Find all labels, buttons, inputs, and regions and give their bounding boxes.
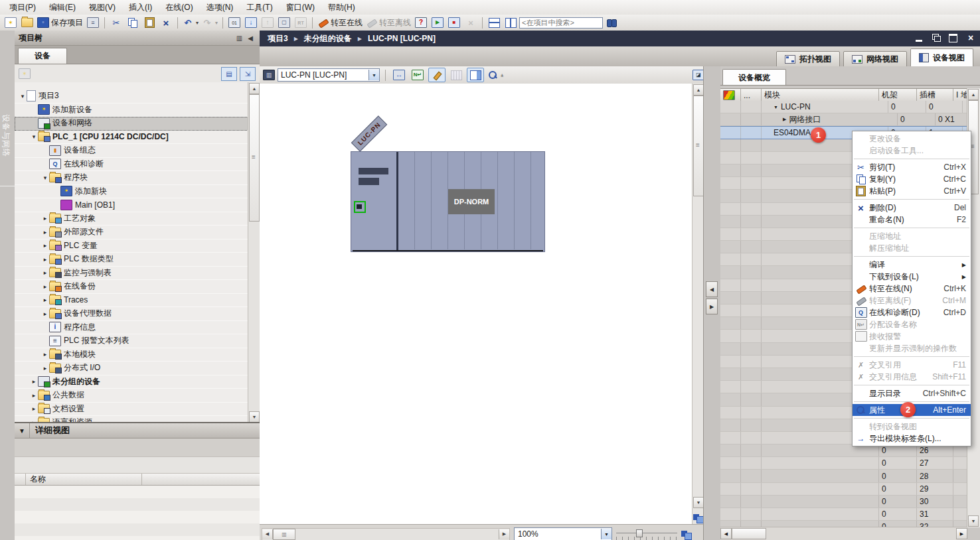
table-row[interactable]: 031 (720, 508, 967, 521)
breadcrumb-item[interactable]: 项目3 (268, 33, 288, 44)
split-vertical-button[interactable] (503, 16, 519, 29)
chevron-down-icon[interactable]: ▼ (601, 529, 612, 539)
menu-item-cut[interactable]: ✂剪切(T)Ctrl+X (853, 161, 971, 173)
tree-item[interactable]: ▸工艺对象 (15, 212, 248, 226)
tab-devices[interactable]: 设备 (18, 48, 67, 64)
scroll-down-icon[interactable]: ▼ (968, 515, 979, 527)
menu-item-copy[interactable]: 复制(Y)Ctrl+C (853, 173, 971, 185)
menu-item-plain[interactable]: 更新并显示强制的操作数 (853, 342, 971, 354)
menubar-item[interactable]: 窗口(W) (280, 1, 321, 15)
split-horizontal-button[interactable] (486, 16, 502, 29)
menu-item-diagnostics-menu[interactable]: Q在线和诊断(D)Ctrl+D (853, 306, 971, 318)
go-offline-button[interactable]: 转至离线 (365, 16, 412, 29)
tree-item[interactable]: Q在线和诊断 (15, 158, 248, 172)
chevron-down-icon[interactable]: ▼ (368, 70, 379, 80)
tree-item[interactable]: ▸PLC 变量 (15, 239, 248, 253)
undo-button[interactable]: ↶▾ (181, 16, 200, 29)
menubar-item[interactable]: 选项(N) (200, 1, 240, 15)
close-icon[interactable]: × (965, 33, 976, 42)
scroll-up-icon[interactable]: ▲ (249, 83, 260, 94)
chevron-down-icon[interactable]: ▾ (196, 20, 199, 26)
overview-hscrollbar-thumb[interactable] (732, 528, 766, 539)
tree-scrollbar-thumb[interactable] (249, 94, 260, 222)
tree-item[interactable]: ▾程序块 (15, 171, 248, 185)
menu-item-paste[interactable]: 粘贴(P)Ctrl+V (853, 185, 971, 197)
tab-topology-view[interactable]: 拓扑视图 (776, 51, 840, 67)
diagnostics-button[interactable]: ? (413, 16, 429, 29)
expander-icon[interactable]: ▸ (41, 229, 49, 236)
scroll-left-icon[interactable]: ◀ (720, 528, 732, 539)
menubar-item[interactable]: 工具(T) (240, 1, 279, 15)
tree-item[interactable]: ▸公共数据 (15, 389, 248, 403)
expander-icon[interactable]: ▸ (30, 392, 38, 399)
go-online-button[interactable]: 转至在线 (316, 16, 364, 29)
zoom-slider-knob[interactable] (636, 529, 643, 537)
delete-button[interactable]: × (158, 16, 174, 29)
status-column-header[interactable] (720, 89, 741, 101)
menu-item-plain[interactable]: 编译▶ (853, 259, 971, 271)
panel-splitter[interactable]: ◀ ▶ (703, 66, 722, 540)
module-column-header[interactable]: 模块 (762, 89, 879, 101)
tree-item[interactable]: ▸PLC 数据类型 (15, 253, 248, 267)
collapse-detail-icon[interactable]: ▼ (15, 423, 30, 438)
scroll-up-icon[interactable]: ▲ (968, 89, 979, 100)
print-button[interactable]: ≡ (85, 16, 101, 29)
tree-item[interactable]: ▸监控与强制表 (15, 267, 248, 281)
device-select[interactable]: LUC-PN [LUC-PN] ▼ (278, 68, 380, 82)
scroll-up-icon[interactable]: ▲ (693, 84, 704, 96)
expander-icon[interactable]: ▸ (41, 269, 49, 276)
ethernet-port-icon[interactable] (354, 201, 366, 213)
edit-mode-toggle[interactable] (428, 68, 446, 82)
tree-item[interactable]: ✶添加新块 (15, 185, 248, 199)
tree-item[interactable]: ▸文档设置 (15, 403, 248, 417)
chevron-down-icon[interactable]: ▾ (215, 20, 218, 26)
zoom-level-select[interactable]: 100% ▼ (514, 527, 612, 540)
menubar-item[interactable]: 在线(O) (159, 1, 199, 15)
start-cpu-button[interactable]: ▶ (430, 16, 446, 29)
new-project-button[interactable]: ✶ (3, 16, 19, 29)
menu-item-plain[interactable]: 下载到设备(L)▶ (853, 271, 971, 283)
collapse-panel-icon[interactable]: ◀ (245, 34, 256, 42)
rail-tab-devices-networks[interactable]: 设备与网络 (0, 111, 15, 186)
runtime-button[interactable]: RT (293, 16, 309, 29)
scroll-right-icon[interactable]: ▶ (956, 528, 967, 539)
menubar-item[interactable]: 视图(V) (82, 1, 122, 15)
menu-item-cross-ref[interactable]: ✗交叉引用F11 (853, 359, 971, 371)
tab-device-view[interactable]: 设备视图 (910, 48, 973, 67)
menu-item-delete[interactable]: ×删除(D)Del (853, 202, 971, 214)
expander-icon[interactable]: ▸ (41, 215, 49, 222)
expander-icon[interactable]: ▸ (41, 310, 49, 317)
canvas-hscrollbar[interactable]: ◀ ▥ ▶ (262, 528, 510, 540)
device-name-plate[interactable]: LUC-PN (351, 115, 387, 151)
save-project-button[interactable]: ▫保存项目 (36, 16, 84, 29)
scroll-right-icon[interactable]: ▶ (499, 529, 509, 539)
device-module[interactable]: DP-NORM (351, 151, 545, 252)
breadcrumb-item[interactable]: 未分组的设备 (304, 33, 352, 44)
menu-item-plain[interactable]: 启动设备工具... (853, 145, 971, 157)
expander-icon[interactable]: ▸ (41, 365, 49, 371)
tree-item[interactable]: i程序信息 (15, 321, 248, 335)
table-row[interactable]: 028 (720, 470, 967, 482)
remove-connection-button[interactable]: × (463, 16, 479, 29)
device-data-icon[interactable]: ▥ (263, 70, 275, 80)
device-canvas[interactable]: LUC-PN DP-NORM (260, 84, 692, 524)
tree-item[interactable]: ▾PLC_1 [CPU 1214C DC/DC/DC] (15, 131, 248, 145)
tree-item[interactable]: ▸外部源文件 (15, 226, 248, 239)
menubar-item[interactable]: 项目(P) (3, 1, 42, 15)
start-sim-button[interactable]: ▢ (276, 16, 292, 29)
tree-item[interactable]: ▮设备组态 (15, 144, 248, 158)
menu-item-go-offline[interactable]: 转至离线(F)Ctrl+M (853, 295, 971, 306)
add-device-icon[interactable]: ✶ (19, 68, 31, 79)
measure-button[interactable]: ↔ (391, 68, 407, 82)
fit-view-icon[interactable] (681, 529, 691, 539)
cut-button[interactable]: ✂ (108, 16, 124, 29)
dots-column-header[interactable]: ... (741, 89, 762, 101)
tab-network-view[interactable]: 网络视图 (843, 51, 907, 67)
paste-button[interactable] (141, 16, 157, 29)
upload-button[interactable]: ↑ (260, 16, 276, 29)
expander-icon[interactable]: ▸ (41, 351, 49, 358)
canvas-vscrollbar-thumb[interactable] (693, 96, 704, 196)
tree-item[interactable]: ▸设备代理数据 (15, 307, 248, 321)
panel-columns-icon[interactable]: ▥ (234, 34, 245, 42)
search-input[interactable] (519, 17, 603, 29)
